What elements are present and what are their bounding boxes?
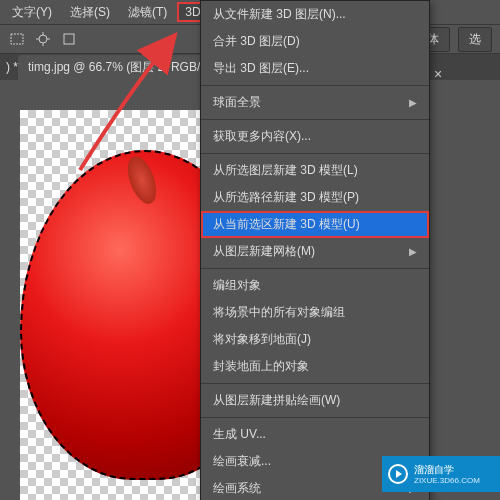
- 3d-menu-dropdown: 从文件新建 3D 图层(N)... 合并 3D 图层(D) 导出 3D 图层(E…: [200, 0, 430, 500]
- watermark-title: 溜溜自学: [414, 464, 480, 476]
- menu-text[interactable]: 文字(Y): [4, 1, 60, 24]
- tab-prev-fragment: ) *: [6, 60, 18, 74]
- menu-new-3d-from-selection[interactable]: 从当前选区新建 3D 模型(U): [201, 211, 429, 238]
- watermark: 溜溜自学 ZIXUE.3D66.COM: [382, 456, 500, 492]
- menu-pack-on-ground[interactable]: 封装地面上的对象: [201, 353, 429, 380]
- bug-icon[interactable]: [34, 30, 52, 48]
- menu-get-more-content: 获取更多内容(X)...: [201, 123, 429, 150]
- menu-merge-3d-layers[interactable]: 合并 3D 图层(D): [201, 28, 429, 55]
- marquee-icon[interactable]: [60, 30, 78, 48]
- svg-point-1: [39, 35, 47, 43]
- svg-rect-0: [11, 34, 23, 44]
- menu-new-3d-layer-from-file[interactable]: 从文件新建 3D 图层(N)...: [201, 1, 429, 28]
- menu-new-tiled-painting[interactable]: 从图层新建拼贴绘画(W): [201, 387, 429, 414]
- submenu-arrow-icon: ▶: [409, 97, 417, 108]
- menu-group-all-objects[interactable]: 将场景中的所有对象编组: [201, 299, 429, 326]
- document-tab[interactable]: timg.jpg @ 66.7% (图层 2, RGB/: [18, 55, 210, 80]
- menu-group-objects[interactable]: 编组对象: [201, 272, 429, 299]
- menu-export-3d-layer[interactable]: 导出 3D 图层(E)...: [201, 55, 429, 82]
- separator: [201, 153, 429, 154]
- menu-new-mesh-from-layer[interactable]: 从图层新建网格(M)▶: [201, 238, 429, 265]
- svg-rect-6: [64, 34, 74, 44]
- close-icon[interactable]: ×: [434, 66, 442, 82]
- menu-generate-uv[interactable]: 生成 UV...: [201, 421, 429, 448]
- separator: [201, 417, 429, 418]
- separator: [201, 383, 429, 384]
- separator: [201, 119, 429, 120]
- separator: [201, 85, 429, 86]
- menu-new-3d-from-layer[interactable]: 从所选图层新建 3D 模型(L): [201, 157, 429, 184]
- menu-select[interactable]: 选择(S): [62, 1, 118, 24]
- menu-filter[interactable]: 滤镜(T): [120, 1, 175, 24]
- select-partial-button[interactable]: 选: [458, 27, 492, 52]
- menu-move-to-ground[interactable]: 将对象移到地面(J): [201, 326, 429, 353]
- separator: [201, 268, 429, 269]
- play-icon: [388, 464, 408, 484]
- tool-icon[interactable]: [8, 30, 26, 48]
- watermark-url: ZIXUE.3D66.COM: [414, 476, 480, 485]
- menu-new-3d-from-path[interactable]: 从所选路径新建 3D 模型(P): [201, 184, 429, 211]
- menu-spherical-panorama[interactable]: 球面全景▶: [201, 89, 429, 116]
- submenu-arrow-icon: ▶: [409, 246, 417, 257]
